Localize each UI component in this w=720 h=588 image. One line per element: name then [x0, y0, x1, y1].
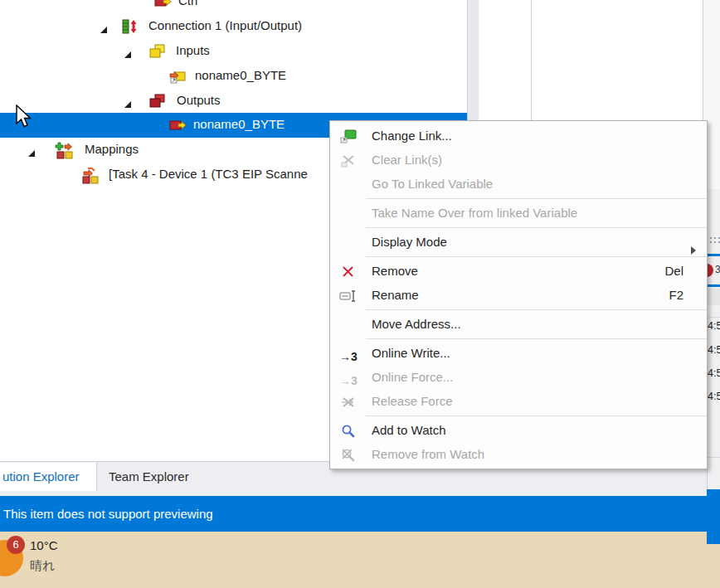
menu-item-take-name-over[interactable]: Take Name Over from linked Variable: [330, 201, 707, 225]
menu-item-release-force[interactable]: Release Force: [330, 389, 707, 413]
menu-shortcut: F2: [669, 283, 684, 307]
online-write-icon: →3: [338, 345, 358, 362]
accent-line: [708, 254, 720, 256]
menu-separator: [366, 338, 707, 339]
context-menu: Change Link... Clear Link(s) Go To Linke…: [329, 120, 708, 469]
menu-item-go-to-linked-variable[interactable]: Go To Linked Variable: [330, 172, 707, 196]
menu-item-display-mode[interactable]: Display Mode: [330, 230, 707, 254]
taskbar: 6 10°C 晴れ: [0, 532, 720, 588]
output-variable-icon: [169, 117, 187, 134]
menu-item-change-link[interactable]: Change Link...: [330, 124, 707, 148]
connection-icon: [122, 18, 140, 35]
tab-team-explorer[interactable]: Team Explorer: [109, 463, 189, 491]
tree-item-ctrl[interactable]: Ctrl: [0, 0, 467, 14]
menu-item-rename[interactable]: Rename F2: [330, 283, 707, 307]
grip-dots-icon: [710, 237, 720, 244]
tree-item-connection[interactable]: Connection 1 (Input/Output): [0, 14, 467, 39]
header-block: [708, 289, 720, 305]
mappings-icon: [55, 142, 73, 158]
timestamp-fragment: 4:5: [708, 344, 720, 356]
right-window-edge: [707, 489, 720, 544]
tree-item-label[interactable]: [Task 4 - Device 1 (TC3 EIP Scanne: [109, 167, 308, 181]
error-badge-count: 3: [715, 264, 720, 275]
tree-item-label[interactable]: noname0_BYTE: [193, 117, 285, 131]
tree-item-noname-input[interactable]: noname0_BYTE: [0, 64, 467, 89]
menu-item-remove[interactable]: Remove Del: [330, 259, 707, 283]
clear-link-icon: [338, 152, 358, 168]
menu-shortcut: Del: [664, 259, 684, 283]
twincat-screen: Ctrl Connection 1 (Input/Output) Inputs: [0, 0, 720, 588]
tree-item-label[interactable]: noname0_BYTE: [195, 68, 286, 82]
tree-item-label[interactable]: Connection 1 (Input/Output): [148, 18, 302, 32]
mapping-task-icon: [80, 167, 99, 183]
error-badge-icon: [707, 264, 713, 277]
tree-item-outputs[interactable]: Outputs: [0, 89, 467, 114]
menu-separator: [366, 309, 707, 310]
menu-separator: [366, 415, 707, 416]
accent-line: [708, 284, 720, 287]
input-variable-linked-icon: [169, 68, 187, 85]
expand-arrow-icon[interactable]: [100, 22, 108, 31]
status-bar: This item does not support previewing: [0, 496, 720, 532]
weather-badge: 6: [7, 536, 25, 554]
menu-item-online-write[interactable]: →3 Online Write...: [330, 341, 707, 365]
menu-item-clear-links[interactable]: Clear Link(s): [330, 148, 707, 172]
menu-item-add-to-watch[interactable]: Add to Watch: [330, 418, 707, 442]
tree-item-label[interactable]: Mappings: [85, 142, 139, 156]
menu-item-remove-from-watch[interactable]: Remove from Watch: [330, 442, 707, 466]
add-to-watch-icon: [338, 422, 358, 439]
expand-arrow-icon[interactable]: [124, 47, 132, 56]
change-link-icon: [338, 128, 358, 144]
tree-item-label[interactable]: Ctrl: [178, 0, 197, 7]
tree-item-label[interactable]: Inputs: [176, 43, 210, 57]
online-force-icon: →3: [338, 369, 358, 386]
remove-icon: [338, 263, 358, 279]
remove-from-watch-icon: [338, 446, 358, 463]
expand-arrow-icon[interactable]: [27, 146, 36, 154]
tree-item-label[interactable]: Outputs: [177, 93, 221, 107]
expand-arrow-icon[interactable]: [124, 97, 132, 105]
timestamp-fragment: 4:5: [708, 391, 720, 402]
weather-condition[interactable]: 晴れ: [30, 558, 55, 574]
output-variable-icon: [154, 0, 173, 10]
row-separator: [708, 317, 720, 318]
mouse-cursor-icon: [13, 104, 35, 133]
menu-item-online-force[interactable]: →3 Online Force...: [330, 365, 707, 389]
tab-solution-explorer[interactable]: ution Explorer: [0, 463, 97, 491]
weather-temperature[interactable]: 10°C: [30, 538, 58, 552]
tree-item-inputs[interactable]: Inputs: [0, 39, 467, 64]
menu-separator: [366, 256, 707, 257]
outputs-folder-icon: [148, 93, 167, 109]
status-text: This item does not support previewing: [3, 507, 213, 521]
menu-separator: [366, 198, 707, 199]
footer-block: [708, 461, 720, 489]
right-edge-toolwindow: 3 4:5 4:5 4:5 4:5: [707, 189, 720, 491]
menu-item-move-address[interactable]: Move Address...: [330, 312, 707, 336]
release-force-icon: [338, 393, 358, 410]
timestamp-fragment: 4:5: [708, 367, 720, 379]
row-separator: [708, 457, 720, 458]
rename-icon: [338, 287, 358, 304]
menu-separator: [366, 227, 707, 228]
timestamp-fragment: 4:5: [708, 320, 720, 332]
inputs-folder-icon: [148, 43, 167, 60]
